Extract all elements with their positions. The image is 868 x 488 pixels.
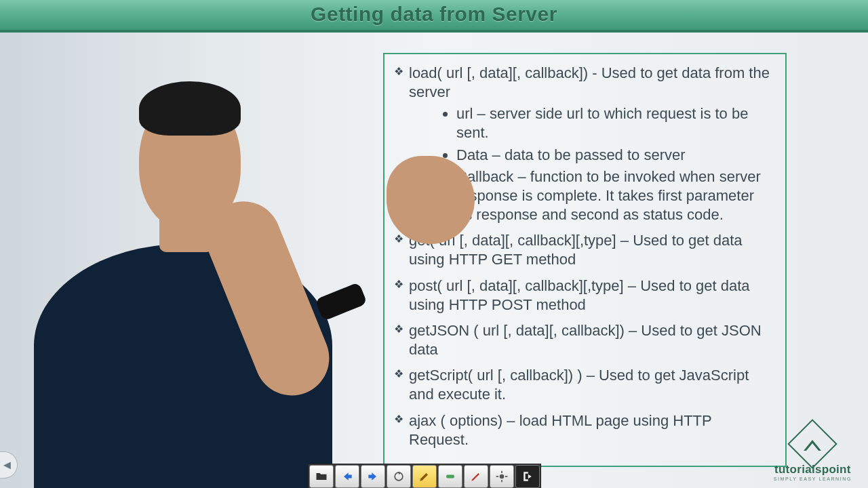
gear-icon[interactable] [490, 465, 514, 488]
bullet-text: load( url [, data][, callback]) - Used t… [409, 64, 770, 100]
bullet-post: post( url [, data][, callback][,type] – … [394, 277, 770, 314]
slide-surface: load( url [, data][, callback]) - Used t… [0, 33, 868, 488]
arrow-right-icon[interactable] [361, 465, 385, 488]
eraser-icon[interactable] [438, 465, 462, 488]
sub-callback: Callback – function to be invoked when s… [456, 167, 770, 224]
sub-url: url – server side url to which request i… [456, 104, 770, 142]
header-band: Getting data from Server [0, 0, 868, 33]
bullet-load: load( url [, data][, callback]) - Used t… [394, 64, 770, 224]
bullet-getscript: getScript( url [, callback]) ) – Used to… [394, 366, 770, 404]
brand-tagline: SIMPLY EASY LEARNING [774, 476, 852, 481]
page-title: Getting data from Server [311, 3, 557, 26]
pen-icon[interactable] [464, 465, 488, 488]
chevron-left-icon: ◄ [1, 458, 14, 472]
loop-icon[interactable] [387, 465, 411, 488]
load-sublist: url – server side url to which request i… [409, 104, 770, 224]
highlighter-icon[interactable] [412, 465, 437, 488]
svg-point-2 [500, 474, 505, 479]
exit-icon[interactable] [515, 465, 540, 488]
bullet-get: get( url [, data][, callback][,type] – U… [394, 231, 770, 269]
brand-block: tutorialspoint SIMPLY EASY LEARNING [774, 426, 852, 481]
svg-rect-1 [446, 475, 454, 479]
slideshow-toolbar [308, 464, 541, 488]
content-card: load( url [, data][, callback]) - Used t… [383, 53, 787, 467]
back-button[interactable]: ◄ [0, 451, 18, 479]
folder-icon[interactable] [309, 465, 334, 488]
presenter-figure [20, 68, 400, 488]
arrow-left-icon[interactable] [335, 465, 359, 488]
bullet-ajax: ajax ( options) – load HTML page using H… [394, 411, 770, 449]
sub-data: Data – data to be passed to server [456, 146, 770, 165]
brand-logo-icon [788, 419, 838, 469]
bullet-getjson: getJSON ( url [, data][, callback]) – Us… [394, 321, 770, 359]
